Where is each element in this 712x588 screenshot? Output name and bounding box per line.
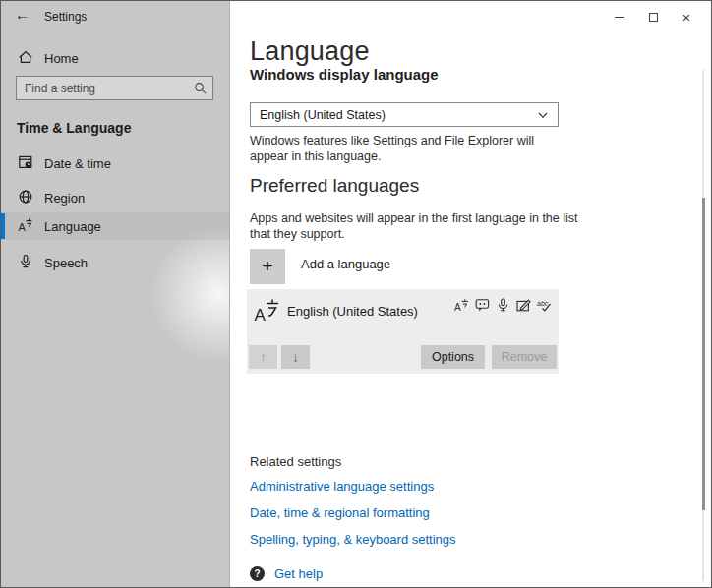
display-language-section: Windows display language <box>250 69 564 86</box>
display-language-icon: A <box>454 298 469 313</box>
app-title: Settings <box>44 10 87 24</box>
sidebar-item-date-time[interactable]: Date & time <box>1 149 230 177</box>
maximize-button[interactable] <box>636 7 670 27</box>
speech-icon <box>18 254 33 269</box>
get-help-link[interactable]: Get help <box>274 566 323 581</box>
sidebar-item-region[interactable]: Region <box>1 184 230 211</box>
sidebar-item-label: Date & time <box>44 156 111 171</box>
add-language-label: Add a language <box>301 257 390 271</box>
language-list-item[interactable]: A English (United States) A <box>247 289 559 374</box>
language-name: English (United States) <box>287 304 418 319</box>
basic-typing-icon: abc <box>537 298 552 313</box>
page-title: Language <box>250 36 370 67</box>
add-language-button[interactable]: + <box>250 249 285 284</box>
handwriting-icon <box>516 298 531 313</box>
language-feature-icons: A abc <box>454 298 552 313</box>
svg-text:abc: abc <box>537 300 549 307</box>
link-spelling-typing-keyboard[interactable]: Spelling, typing, & keyboard settings <box>250 532 456 547</box>
remove-button[interactable]: Remove <box>492 345 557 369</box>
scrollbar-thumb[interactable] <box>702 198 705 510</box>
preferred-languages-heading: Preferred languages <box>250 175 419 197</box>
close-button[interactable]: × <box>670 7 703 27</box>
search-icon <box>194 82 207 94</box>
minimize-icon <box>615 17 624 18</box>
sidebar-item-label: Region <box>44 191 85 206</box>
text-to-speech-icon <box>475 298 490 313</box>
search-input[interactable] <box>25 77 187 99</box>
sidebar-item-home[interactable]: Home <box>1 44 230 72</box>
link-date-time-regional-formatting[interactable]: Date, time & regional formatting <box>250 505 430 520</box>
selected-accent-bar <box>1 213 5 239</box>
display-language-dropdown[interactable]: English (United States) <box>250 102 559 127</box>
chevron-down-icon <box>538 112 548 119</box>
maximize-icon <box>649 13 658 22</box>
region-icon <box>18 189 33 205</box>
sidebar-section-heading: Time & Language <box>17 120 131 136</box>
settings-window: ← Settings Home Time & Language <box>0 0 712 588</box>
sidebar-item-label: Speech <box>44 256 88 270</box>
dropdown-selected-value: English (United States) <box>260 108 386 122</box>
window-controls: × <box>603 7 703 27</box>
display-language-heading: Windows display language <box>250 69 564 83</box>
display-language-description: Windows features like Settings and File … <box>250 133 574 164</box>
sidebar-item-language[interactable]: A Language <box>1 212 230 240</box>
options-button[interactable]: Options <box>421 345 485 369</box>
language-icon: A <box>18 217 33 233</box>
search-box <box>16 76 213 100</box>
link-administrative-language-settings[interactable]: Administrative language settings <box>250 479 434 494</box>
sidebar-item-label: Home <box>44 51 79 66</box>
date-time-icon <box>18 154 33 170</box>
close-icon: × <box>682 10 691 25</box>
preferred-languages-description: Apps and websites will appear in the fir… <box>250 210 584 242</box>
svg-text:A: A <box>255 306 267 323</box>
move-up-button[interactable]: ↑ <box>249 345 277 369</box>
svg-text:A: A <box>454 302 461 313</box>
minimize-button[interactable] <box>603 7 636 27</box>
plus-icon: + <box>262 256 272 277</box>
get-help-row[interactable]: ? Get help <box>250 566 323 581</box>
move-down-button[interactable]: ↓ <box>281 345 310 369</box>
back-button[interactable]: ← <box>15 6 30 23</box>
sidebar: ← Settings Home Time & Language <box>1 1 230 587</box>
sidebar-item-label: Language <box>44 219 101 234</box>
speech-recognition-icon <box>496 298 510 313</box>
home-icon <box>18 49 33 65</box>
related-settings-heading: Related settings <box>250 454 341 469</box>
language-pack-icon: A <box>254 297 280 323</box>
svg-text:A: A <box>19 221 27 233</box>
get-help-icon: ? <box>250 566 265 581</box>
sidebar-item-speech[interactable]: Speech <box>1 249 230 276</box>
